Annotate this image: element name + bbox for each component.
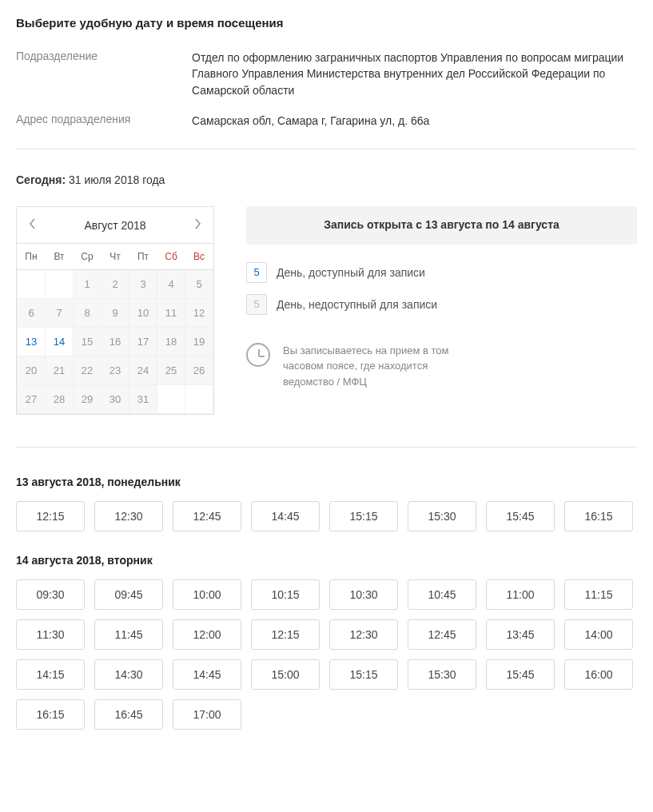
calendar-prev-button[interactable] [17,207,49,243]
legend-available-num: 5 [246,262,267,283]
today-value: 31 июля 2018 года [69,173,165,186]
time-slot[interactable]: 16:15 [16,699,85,730]
time-slot[interactable]: 10:00 [173,579,241,610]
legend-available: 5 День, доступный для записи [246,262,637,283]
divider [16,149,637,149]
date-heading: 14 августа 2018, вторник [16,554,637,567]
calendar-day-unavailable: 12 [185,298,213,327]
time-slot[interactable]: 14:45 [173,659,241,690]
calendar-weekday: Вт [46,244,74,269]
calendar-day-unavailable: 17 [129,327,157,356]
calendar-day-empty [185,384,213,413]
calendar-weekday: Ср [74,244,102,269]
calendar-day-unavailable: 25 [157,356,185,384]
chevron-left-icon [29,218,37,232]
timezone-note-text: Вы записываетесь на прием в том часовом … [283,343,459,390]
today-line: Сегодня: 31 июля 2018 года [16,173,637,186]
time-slot[interactable]: 15:45 [486,659,555,690]
calendar-day-unavailable: 2 [102,269,129,298]
calendar-day-unavailable: 15 [74,327,102,356]
time-slots: 09:3009:4510:0010:1510:3010:4511:0011:15… [16,579,637,730]
time-slot[interactable]: 17:00 [173,699,241,730]
calendar-day-unavailable: 6 [18,298,46,327]
time-slot[interactable]: 11:15 [564,579,633,610]
calendar-day-unavailable: 26 [185,356,213,384]
address-row: Адрес подразделения Самарская обл, Самар… [16,113,637,129]
time-slot[interactable]: 12:15 [16,501,85,531]
address-value: Самарская обл, Самара г, Гагарина ул, д.… [192,113,429,129]
calendar-weekday: Чт [102,244,129,269]
time-slot[interactable]: 15:30 [408,659,476,690]
calendar-day-unavailable: 16 [102,327,129,356]
time-slot[interactable]: 10:30 [329,579,398,610]
calendar-weekday: Пт [129,244,157,269]
time-slot[interactable]: 11:45 [94,619,163,650]
calendar-day-unavailable: 22 [74,356,102,384]
time-slot[interactable]: 14:45 [251,501,320,531]
legend-unavailable-num: 5 [246,294,267,315]
time-slot[interactable]: 14:00 [564,619,633,650]
department-row: Подразделение Отдел по оформлению загран… [16,50,637,98]
calendar-day-unavailable: 27 [18,384,46,413]
time-slots: 12:1512:3012:4514:4515:1515:3015:4516:15 [16,501,637,531]
calendar-next-button[interactable] [181,207,213,243]
chevron-right-icon [193,218,201,232]
calendar-day-unavailable: 18 [157,327,185,356]
department-label: Подразделение [16,50,192,98]
calendar-day-unavailable: 1 [74,269,102,298]
calendar-weekday: Вс [185,244,213,269]
calendar-day-empty [18,269,46,298]
legend-unavailable-text: День, недоступный для записи [277,298,437,311]
calendar-day-unavailable: 29 [74,384,102,413]
time-slot[interactable]: 14:30 [94,659,163,690]
time-slot[interactable]: 16:45 [94,699,163,730]
time-slot[interactable]: 12:30 [94,501,163,531]
calendar-day-unavailable: 31 [129,384,157,413]
legend-unavailable: 5 День, недоступный для записи [246,294,637,315]
time-slot[interactable]: 15:00 [251,659,320,690]
time-slot[interactable]: 15:15 [329,501,398,531]
calendar-day-unavailable: 30 [102,384,129,413]
calendar-day-unavailable: 4 [157,269,185,298]
calendar-day-unavailable: 5 [185,269,213,298]
time-slot[interactable]: 16:15 [564,501,633,531]
calendar-day-empty [157,384,185,413]
calendar-day-unavailable: 10 [129,298,157,327]
timezone-note: Вы записываетесь на прием в том часовом … [246,343,637,390]
legend-box: Запись открыта с 13 августа по 14 август… [246,206,637,389]
date-block: 13 августа 2018, понедельник12:1512:3012… [16,476,637,531]
time-slot[interactable]: 15:15 [329,659,398,690]
time-slot[interactable]: 09:45 [94,579,163,610]
time-slot[interactable]: 12:00 [173,619,241,650]
calendar-weekday: Сб [157,244,185,269]
address-label: Адрес подразделения [16,113,192,129]
calendar-grid: ПнВтСрЧтПтСбВс 1234567891011121314151617… [17,244,213,414]
calendar-day-unavailable: 20 [18,356,46,384]
time-slot[interactable]: 15:45 [486,501,555,531]
calendar-day-unavailable: 24 [129,356,157,384]
calendar-day-unavailable: 7 [46,298,74,327]
calendar-day-available[interactable]: 14 [46,327,74,356]
calendar-day-available[interactable]: 13 [18,327,46,356]
time-slot[interactable]: 12:15 [251,619,320,650]
time-slot[interactable]: 12:45 [173,501,241,531]
time-slot[interactable]: 11:30 [16,619,85,650]
calendar-header: Август 2018 [17,207,213,244]
time-slot[interactable]: 11:00 [486,579,555,610]
time-slot[interactable]: 10:15 [251,579,320,610]
time-slot[interactable]: 10:45 [408,579,476,610]
time-slot[interactable]: 14:15 [16,659,85,690]
date-heading: 13 августа 2018, понедельник [16,476,637,488]
calendar-day-unavailable: 23 [102,356,129,384]
time-slot[interactable]: 09:30 [16,579,85,610]
calendar-day-unavailable: 19 [185,327,213,356]
booking-window-banner: Запись открыта с 13 августа по 14 август… [246,206,637,245]
calendar-day-unavailable: 21 [46,356,74,384]
time-slot[interactable]: 13:45 [486,619,555,650]
time-slot[interactable]: 16:00 [564,659,633,690]
calendar-month: Август 2018 [84,219,145,232]
time-slot[interactable]: 12:45 [408,619,476,650]
time-slot[interactable]: 15:30 [408,501,476,531]
legend-available-text: День, доступный для записи [277,266,425,279]
time-slot[interactable]: 12:30 [329,619,398,650]
